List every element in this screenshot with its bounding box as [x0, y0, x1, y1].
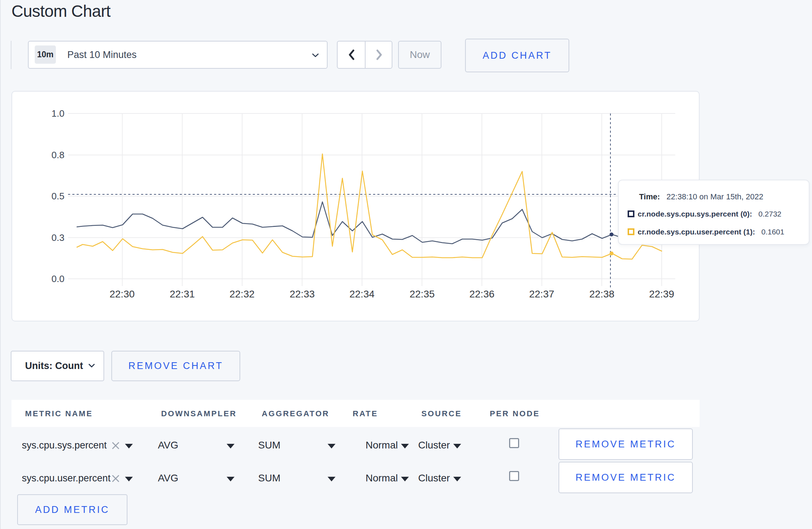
- svg-text:22:38: 22:38: [589, 288, 614, 300]
- svg-text:22:32: 22:32: [229, 288, 255, 300]
- svg-text:22:34: 22:34: [349, 288, 374, 300]
- svg-text:0.0: 0.0: [52, 273, 64, 284]
- svg-text:22:37: 22:37: [529, 288, 554, 300]
- svg-text:22:33: 22:33: [290, 288, 315, 300]
- svg-text:0.8: 0.8: [52, 150, 64, 160]
- svg-text:22:36: 22:36: [469, 288, 494, 300]
- svg-text:22:39: 22:39: [649, 288, 674, 300]
- svg-text:22:35: 22:35: [410, 288, 435, 300]
- svg-text:0.3: 0.3: [52, 232, 64, 243]
- svg-text:22:31: 22:31: [170, 288, 195, 300]
- svg-text:0.5: 0.5: [52, 191, 64, 202]
- svg-text:1.0: 1.0: [52, 108, 64, 119]
- svg-text:22:30: 22:30: [110, 288, 135, 300]
